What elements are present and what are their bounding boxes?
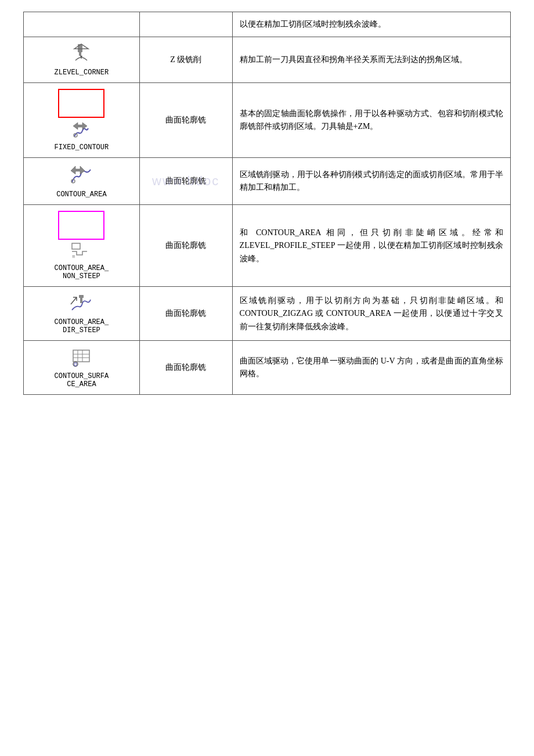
description-cell: 基本的固定轴曲面轮廓铣操作，用于以各种驱动方式、包容和切削模式轮廓铣部件或切削区… — [232, 83, 510, 158]
icon-area-contour_surface_area: CONTOUR_SURFA CE_AREA — [55, 347, 109, 388]
svg-rect-10 — [80, 297, 82, 303]
icon-cell-contour_area: CONTOUR_AREA — [24, 158, 140, 205]
icon-cell-fixed_contour: FIXED_CONTOUR — [24, 83, 140, 158]
icon-area-contour_area: CONTOUR_AREA — [56, 164, 106, 199]
icon-area-zlevel_corner: ZLEVEL_CORNER — [55, 43, 109, 77]
description-cell: 以便在精加工切削区域时控制残余波峰。 — [232, 12, 510, 37]
operation-name-cell: 曲面轮廓铣www.bdoc — [139, 158, 232, 205]
fixed_contour-svg-icon — [70, 120, 93, 141]
zlevel_corner-svg-icon — [70, 43, 93, 66]
svg-text:≡: ≡ — [72, 253, 75, 260]
operation-name-text: 曲面轮廓铣 — [165, 177, 206, 185]
table-row: ≡ CONTOUR_AREA_ NON_STEEP曲面轮廓铣和 CONTOUR_… — [24, 205, 511, 287]
magenta-rect-icon — [58, 211, 104, 240]
icon-area-contour_area_dir_steep: CONTOUR_AREA_ DIR_STEEP — [55, 293, 109, 334]
table-row: ZLEVEL_CORNERZ 级铣削精加工前一刀具因直径和拐角半径关系而无法到达… — [24, 37, 511, 83]
icon-label-contour_area_dir_steep: CONTOUR_AREA_ DIR_STEEP — [55, 318, 109, 334]
icon-label-contour_surface_area: CONTOUR_SURFA CE_AREA — [55, 372, 109, 388]
icon-cell-contour_surface_area: CONTOUR_SURFA CE_AREA — [24, 341, 140, 395]
description-cell: 曲面区域驱动，它使用单一驱动曲面的 U-V 方向，或者是曲面的直角坐标网格。 — [232, 341, 510, 395]
icon-label-zlevel_corner: ZLEVEL_CORNER — [55, 69, 109, 77]
svg-rect-7 — [72, 243, 80, 249]
table-row: FIXED_CONTOUR曲面轮廓铣基本的固定轴曲面轮廓铣操作，用于以各种驱动方… — [24, 83, 511, 158]
operation-name-cell — [139, 12, 232, 37]
icon-area-fixed_contour: FIXED_CONTOUR — [55, 89, 109, 152]
main-table-wrapper: 以便在精加工切削区域时控制残余波峰。 ZLEVEL_CORNERZ 级铣削精加工… — [23, 12, 511, 395]
operation-name-cell: Z 级铣削 — [139, 37, 232, 83]
table-row: CONTOUR_SURFA CE_AREA曲面轮廓铣曲面区域驱动，它使用单一驱动… — [24, 341, 511, 395]
svg-rect-1 — [79, 51, 81, 56]
table-row: CONTOUR_AREA_ DIR_STEEP曲面轮廓铣区域铣削驱动，用于以切削… — [24, 287, 511, 341]
description-cell: 区域铣削驱动，用于以切削方向为基础，只切削非陡峭区域。和 CONTOUR_ZIG… — [232, 287, 510, 341]
operation-name-cell: 曲面轮廓铣 — [139, 83, 232, 158]
icon-cell-contour_area_dir_steep: CONTOUR_AREA_ DIR_STEEP — [24, 287, 140, 341]
icon-cell-contour_area_non_steep: ≡ CONTOUR_AREA_ NON_STEEP — [24, 205, 140, 287]
contour_area_non_steep-svg-icon: ≡ — [71, 242, 92, 262]
icon-label-fixed_contour: FIXED_CONTOUR — [55, 143, 109, 152]
icon-area-contour_area_non_steep: ≡ CONTOUR_AREA_ NON_STEEP — [55, 211, 109, 280]
description-cell: 和 CONTOUR_AREA 相同，但只切削非陡峭区域。经常和 ZLEVEL_P… — [232, 205, 510, 287]
table-row: CONTOUR_AREA曲面轮廓铣www.bdoc区域铣削驱动，用于以各种切削模… — [24, 158, 511, 205]
operation-name-cell: 曲面轮廓铣 — [139, 205, 232, 287]
icon-cell-none — [24, 12, 140, 37]
contour_area_dir_steep-svg-icon — [70, 293, 93, 316]
table-row: 以便在精加工切削区域时控制残余波峰。 — [24, 12, 511, 37]
description-cell: 区域铣削驱动，用于以各种切削模式切削选定的面或切削区域。常用于半精加工和精加工。 — [232, 158, 510, 205]
svg-rect-11 — [73, 350, 89, 362]
description-cell: 精加工前一刀具因直径和拐角半径关系而无法到达的拐角区域。 — [232, 37, 510, 83]
contour_surface_area-svg-icon — [70, 347, 93, 370]
operation-name-cell: 曲面轮廓铣 — [139, 341, 232, 395]
icon-cell-zlevel_corner: ZLEVEL_CORNER — [24, 37, 140, 83]
contour_area-svg-icon — [68, 164, 94, 188]
icon-label-contour_area: CONTOUR_AREA — [56, 190, 106, 199]
red-rect-icon — [58, 89, 104, 118]
operation-name-cell: 曲面轮廓铣 — [139, 287, 232, 341]
svg-rect-17 — [74, 363, 77, 366]
operation-table: 以便在精加工切削区域时控制残余波峰。 ZLEVEL_CORNERZ 级铣削精加工… — [23, 12, 511, 395]
icon-label-contour_area_non_steep: CONTOUR_AREA_ NON_STEEP — [55, 264, 109, 280]
svg-marker-5 — [71, 166, 85, 174]
